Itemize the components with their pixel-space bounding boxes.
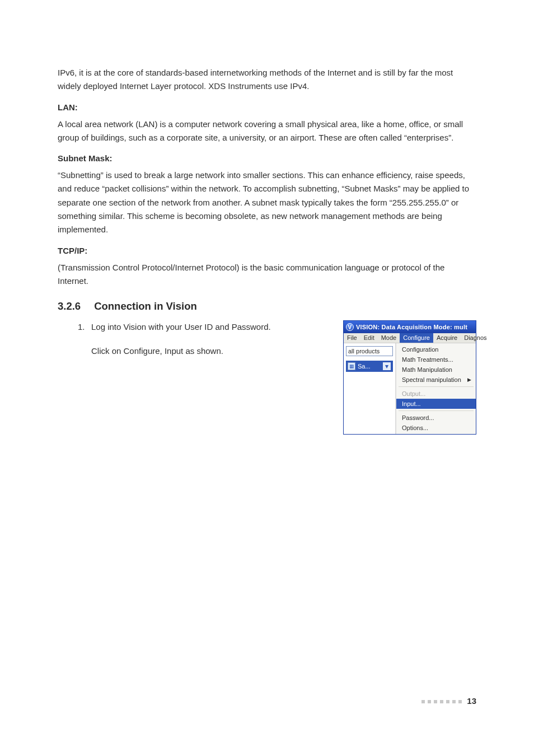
- menu-diagnose[interactable]: Diagnos: [461, 333, 490, 343]
- menu-mode[interactable]: Mode: [378, 333, 400, 343]
- step-1-line-2: Click on Configure, Input as shown.: [91, 344, 332, 358]
- page-number: 13: [467, 696, 476, 706]
- intro-paragraph: IPv6, it is at the core of standards-bas…: [58, 66, 476, 94]
- project-doc-icon: ▦: [348, 362, 355, 370]
- project-selector[interactable]: ▦ Sa... ▾: [346, 361, 393, 372]
- project-dropdown-icon[interactable]: ▾: [382, 362, 391, 371]
- menu-item-password[interactable]: Password...: [396, 413, 476, 423]
- window-title-bar[interactable]: V VISION: Data Acquisition Mode: mult: [344, 321, 476, 333]
- section-title: Connection in Vision: [94, 300, 197, 312]
- menu-bar: File Edit Mode Configure Acquire Diagnos: [344, 333, 476, 343]
- window-title-text: VISION: Data Acquisition Mode: mult: [356, 324, 467, 330]
- footer-dots-icon: [421, 696, 465, 706]
- lan-label: LAN:: [58, 102, 476, 112]
- subnet-mask-paragraph: “Subnetting” is used to break a large ne…: [58, 169, 476, 236]
- tcpip-paragraph: (Transmission Control Protocol/Internet …: [58, 261, 476, 288]
- project-selected-label: Sa...: [358, 363, 382, 370]
- vision-screenshot-window: V VISION: Data Acquisition Mode: mult Fi…: [343, 320, 476, 435]
- menu-item-math-manipulation[interactable]: Math Manipulation: [396, 365, 476, 375]
- section-number: 3.2.6: [58, 300, 81, 312]
- subnet-mask-label: Subnet Mask:: [58, 153, 476, 163]
- products-filter-input[interactable]: [346, 346, 393, 356]
- menu-edit[interactable]: Edit: [360, 333, 378, 343]
- page-footer: 13: [421, 696, 476, 706]
- project-side-panel: ▦ Sa... ▾: [344, 343, 396, 434]
- menu-item-input[interactable]: Input...: [396, 399, 476, 409]
- menu-item-math-treatments[interactable]: Math Treatments...: [396, 354, 476, 365]
- configure-menu-dropdown: Configuration Math Treatments... Math Ma…: [396, 343, 476, 434]
- menu-separator: [399, 386, 474, 387]
- spectral-manipulation-label: Spectral manipulation: [402, 376, 461, 383]
- step-1-text-1: Log into Vision with your User ID and Pa…: [91, 322, 271, 332]
- step-1-line-1: 1.Log into Vision with your User ID and …: [91, 320, 332, 334]
- menu-file[interactable]: File: [344, 333, 360, 343]
- menu-acquire[interactable]: Acquire: [433, 333, 461, 343]
- tcpip-label: TCP/IP:: [58, 246, 476, 255]
- menu-item-configuration[interactable]: Configuration: [396, 344, 476, 354]
- menu-separator: [399, 410, 474, 411]
- menu-configure[interactable]: Configure: [400, 333, 433, 343]
- menu-item-spectral-manipulation[interactable]: Spectral manipulation ▶: [396, 375, 476, 385]
- section-heading: 3.2.6Connection in Vision: [58, 300, 476, 312]
- vision-logo-icon: V: [346, 323, 354, 331]
- lan-paragraph: A local area network (LAN) is a computer…: [58, 118, 476, 145]
- menu-item-output: Output...: [396, 389, 476, 399]
- step-1-number: 1.: [78, 320, 91, 334]
- submenu-arrow-icon: ▶: [462, 377, 471, 382]
- menu-item-options[interactable]: Options...: [396, 423, 476, 433]
